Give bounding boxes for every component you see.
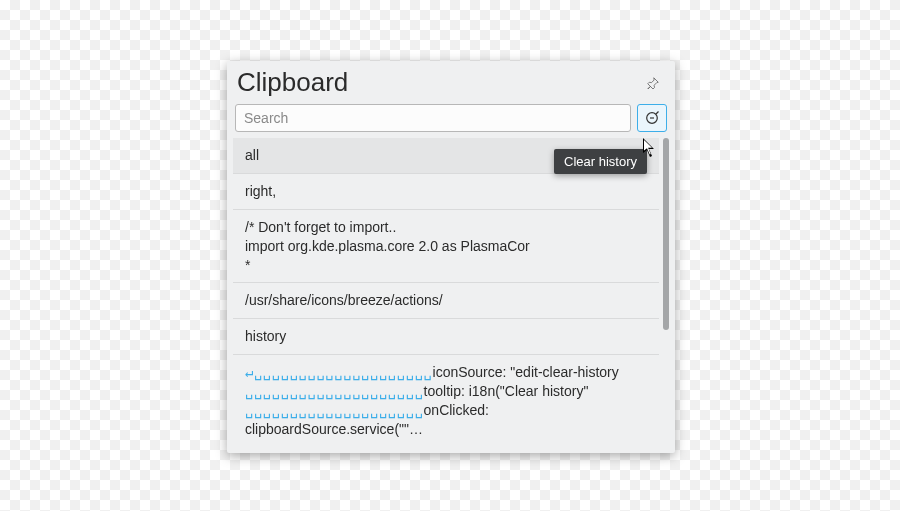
history-item-text: iconSource: "edit-clear-history	[433, 364, 619, 380]
history-item[interactable]: history	[233, 319, 659, 355]
whitespace-marker: ␣␣␣␣␣␣␣␣␣␣␣␣␣␣␣␣␣␣␣␣	[245, 402, 424, 418]
history-list-viewport: allright,/* Don't forget to import.. imp…	[233, 138, 669, 447]
search-row	[227, 100, 675, 138]
pin-icon	[647, 77, 665, 89]
history-item[interactable]: ↵␣␣␣␣␣␣␣␣␣␣␣␣␣␣␣␣␣␣␣␣iconSource: "edit-c…	[233, 355, 659, 447]
history-item-text: right,	[245, 183, 276, 199]
history-item[interactable]: right,	[233, 174, 659, 210]
history-list: allright,/* Don't forget to import.. imp…	[233, 138, 659, 447]
history-item-text: tooltip: i18n("Clear history"	[424, 383, 589, 399]
popup-title: Clipboard	[237, 67, 647, 98]
history-item-text: all	[245, 147, 259, 163]
svg-line-1	[656, 112, 659, 115]
popup-header: Clipboard	[227, 61, 675, 100]
tooltip: Clear history	[554, 149, 647, 174]
history-item[interactable]: /* Don't forget to import.. import org.k…	[233, 210, 659, 284]
clear-history-button[interactable]	[637, 104, 667, 132]
whitespace-marker: ↵␣␣␣␣␣␣␣␣␣␣␣␣␣␣␣␣␣␣␣␣	[245, 364, 433, 380]
scrollbar[interactable]	[663, 138, 669, 330]
history-item[interactable]: /usr/share/icons/breeze/actions/	[233, 283, 659, 319]
pin-button[interactable]	[647, 74, 665, 92]
search-input[interactable]	[235, 104, 631, 132]
edit-clear-history-icon	[644, 110, 660, 126]
history-item-text: /usr/share/icons/breeze/actions/	[245, 292, 443, 308]
whitespace-marker: ␣␣␣␣␣␣␣␣␣␣␣␣␣␣␣␣␣␣␣␣	[245, 383, 424, 399]
clipboard-popup: Clipboard allright,/* Don't forget to im…	[227, 61, 675, 453]
history-item-text: history	[245, 328, 286, 344]
history-item-text: /* Don't forget to import.. import org.k…	[245, 219, 530, 273]
